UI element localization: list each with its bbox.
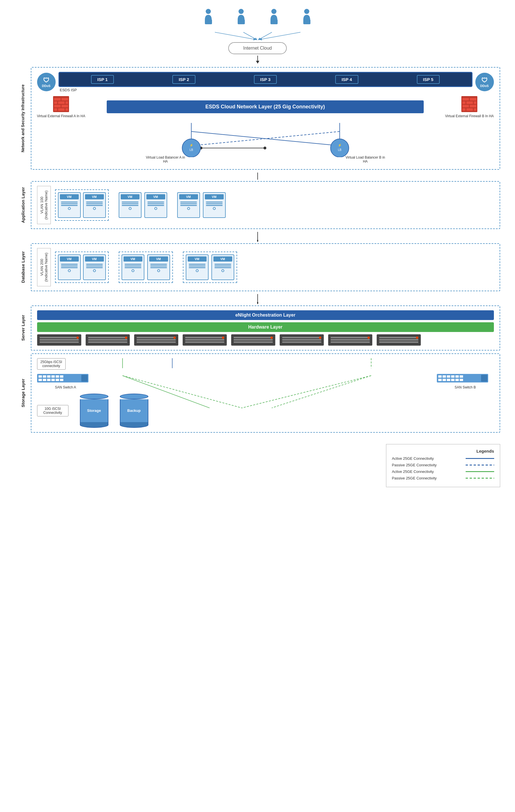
cloud-network-bar-container: ESDS Cloud Network Layer (25 Gig Connect… <box>90 97 441 116</box>
connectivity-10g-label: 10G iSCSIConnectivity <box>37 405 68 416</box>
server-unit-3 <box>134 334 178 346</box>
db-vm-group-1: VM VM <box>55 252 109 283</box>
app-vm-3: VM <box>119 192 142 218</box>
svg-point-46 <box>331 139 349 157</box>
svg-rect-28 <box>462 101 466 104</box>
db-layer-content: VLAN 200 (Indicative Name) VM VM <box>31 243 500 291</box>
legend-line-1 <box>466 458 494 459</box>
isp-row: 🛡 DDoS ISP 1 ISP 2 ISP 3 ISP 4 ISP 5 ESD… <box>37 72 494 92</box>
san-b-icon <box>437 373 494 384</box>
svg-text:LB: LB <box>338 148 342 151</box>
lb-connection-area: ⚡ LB ⚡ LB Virtual Load Balancer A in HA … <box>37 123 494 164</box>
svg-rect-1 <box>205 20 212 24</box>
isp-3: ISP 3 <box>254 75 277 84</box>
app-vm-1: VM <box>58 192 81 218</box>
svg-rect-7 <box>303 20 310 24</box>
svg-point-6 <box>304 9 309 14</box>
svg-rect-64 <box>51 379 55 381</box>
internet-arrows <box>201 31 315 41</box>
lb-a-label: Virtual Load Balancer A in HA <box>144 155 187 164</box>
legend-item-3: Active 25GE Connectivity <box>392 469 494 474</box>
svg-point-2 <box>238 9 244 14</box>
svg-rect-75 <box>438 379 442 381</box>
db-server-connector <box>15 294 500 304</box>
orchestration-bar: eNlight Orchestration Layer <box>37 310 494 320</box>
svg-point-0 <box>206 9 211 14</box>
server-unit-1 <box>37 334 81 346</box>
legends-container: Legends Active 25GE Connectivity Passive… <box>15 438 500 487</box>
ddos-left: 🛡 DDoS <box>37 73 56 91</box>
svg-point-4 <box>271 9 277 14</box>
svg-rect-34 <box>466 108 473 111</box>
storage-cylinder: Storage <box>80 394 108 428</box>
svg-point-42 <box>263 147 266 149</box>
app-vm-2-label: VM <box>85 194 104 199</box>
person-icon-1 <box>203 8 213 29</box>
cross-connection-svg: ⚡ LB ⚡ LB <box>37 123 494 157</box>
cloud-network-bar: ESDS Cloud Network Layer (25 Gig Connect… <box>107 100 424 113</box>
db-vm-2: VM <box>83 254 106 280</box>
svg-rect-29 <box>466 101 473 104</box>
legend-item-2: Passive 25GE Connectivity <box>392 463 494 467</box>
svg-rect-26 <box>462 98 469 101</box>
svg-rect-76 <box>442 379 446 381</box>
firewall-b-label: Virtual External Firewall B In HA <box>445 114 494 118</box>
svg-rect-55 <box>38 375 42 378</box>
svg-rect-79 <box>455 379 459 381</box>
app-vm-4: VM <box>144 192 167 218</box>
legend-label-4: Passive 25GE Connectivity <box>392 476 461 480</box>
network-layer-content: 🛡 DDoS ISP 1 ISP 2 ISP 3 ISP 4 ISP 5 ESD… <box>31 67 500 170</box>
net-app-connector <box>15 173 500 180</box>
person-icon-4 <box>302 8 312 29</box>
server-unit-8 <box>377 334 421 346</box>
legend-label-2: Passive 25GE Connectivity <box>392 463 461 467</box>
ddos-left-label: DDoS <box>42 84 51 88</box>
application-section: Application Layer VLAN 100 (Indicative N… <box>15 181 500 229</box>
app-db-connector <box>15 232 500 242</box>
person-icon-2 <box>236 8 246 29</box>
person-icon-3 <box>269 8 279 24</box>
svg-rect-23 <box>58 108 65 111</box>
svg-rect-58 <box>51 375 55 378</box>
db-inner: VLAN 200 (Indicative Name) VM VM <box>37 248 494 286</box>
svg-rect-27 <box>469 98 477 101</box>
db-vm-1: VM <box>58 254 81 280</box>
svg-rect-62 <box>43 379 46 381</box>
san-a-label: SAN Switch A <box>55 385 76 389</box>
svg-rect-70 <box>442 375 446 378</box>
svg-rect-77 <box>447 379 450 381</box>
storage-side-label: Storage Layer <box>15 353 31 433</box>
backup-cylinder: Backup <box>120 394 148 428</box>
page-container: Internet Cloud Network and Security Infr… <box>0 0 515 496</box>
svg-rect-80 <box>460 379 463 381</box>
storage-label: Storage <box>87 408 101 413</box>
isp-4: ISP 4 <box>335 75 358 84</box>
app-vm-2: VM <box>83 192 106 218</box>
legend-line-4 <box>466 478 494 478</box>
svg-rect-15 <box>54 98 61 101</box>
db-vm-group-3: VM VM <box>183 252 237 283</box>
san-switch-a: SAN Switch A <box>37 373 94 389</box>
svg-rect-22 <box>54 108 57 111</box>
svg-marker-53 <box>257 302 258 304</box>
svg-rect-68 <box>437 374 488 382</box>
vlan-200-text: VLAN 200 (Indicative Name) <box>40 253 48 282</box>
svg-marker-51 <box>257 240 258 242</box>
svg-rect-66 <box>60 379 63 381</box>
svg-rect-20 <box>54 105 61 108</box>
app-vm-1-label: VM <box>60 194 79 199</box>
svg-rect-61 <box>38 379 42 381</box>
svg-rect-30 <box>474 101 477 104</box>
internet-section: Internet Cloud <box>15 8 500 64</box>
db-vm-6: VM <box>211 254 234 280</box>
db-vm-5: VM <box>186 254 208 280</box>
db-vm-3: VM <box>121 254 144 280</box>
svg-rect-19 <box>65 101 68 104</box>
svg-rect-17 <box>54 101 57 104</box>
svg-rect-56 <box>43 375 46 378</box>
firewall-a-icon <box>53 95 69 113</box>
svg-rect-59 <box>56 375 59 378</box>
server-side-label: Server Layer <box>15 306 31 350</box>
network-side-label: Network and Security Infrastructure <box>15 67 31 170</box>
network-security-section: Network and Security Infrastructure 🛡 DD… <box>15 67 500 170</box>
